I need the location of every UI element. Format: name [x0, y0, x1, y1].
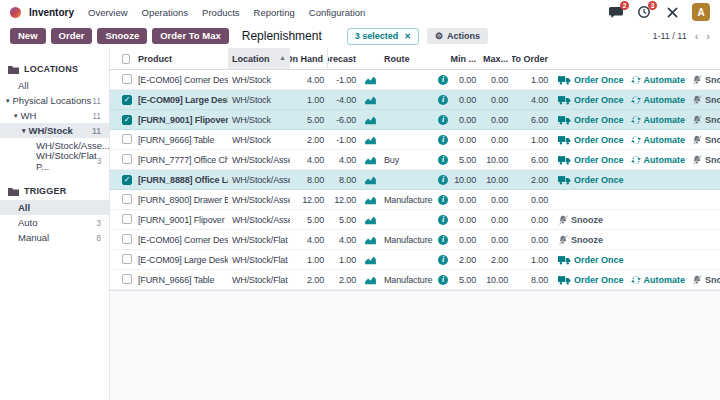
top-menu-configuration[interactable]: Configuration — [309, 7, 366, 18]
to-order-cell[interactable]: 6.00 — [512, 155, 552, 165]
info-icon[interactable]: i — [438, 95, 448, 105]
row-checkbox[interactable] — [122, 74, 132, 84]
row-checkbox[interactable] — [122, 214, 132, 224]
to-order-cell[interactable]: 1.00 — [512, 135, 552, 145]
forecast-chart-icon[interactable] — [364, 275, 377, 285]
sidebar-trigger-all[interactable]: All — [0, 200, 109, 215]
forecast-chart-icon[interactable] — [364, 175, 377, 185]
on-hand-cell[interactable]: 2.00 — [290, 135, 328, 145]
to-order-cell[interactable]: 1.00 — [512, 255, 552, 265]
order-once-row-button[interactable]: Order Once — [558, 255, 624, 265]
route-cell[interactable]: Manufacture — [380, 235, 436, 245]
product-cell[interactable]: [E-COM09] Large Desk — [134, 255, 228, 265]
forecast-chart-icon[interactable] — [364, 75, 377, 85]
min-cell[interactable]: 0.00 — [450, 115, 480, 125]
row-checkbox[interactable] — [122, 194, 132, 204]
row-checkbox[interactable] — [122, 134, 132, 144]
order-once-row-button[interactable]: Order Once — [558, 75, 624, 85]
automate-row-button[interactable]: Automate — [631, 115, 686, 125]
location-cell[interactable]: WH/Stock/Asse... — [228, 175, 290, 185]
on-hand-cell[interactable]: 4.00 — [290, 75, 328, 85]
location-cell[interactable]: WH/Stock/Asse... — [228, 195, 290, 205]
snooze-button[interactable]: Snooze — [97, 28, 147, 44]
select-all-checkbox[interactable] — [122, 54, 130, 64]
forecast-cell[interactable]: -6.00 — [328, 115, 360, 125]
route-cell[interactable]: Manufacture — [380, 275, 436, 285]
top-menu-reporting[interactable]: Reporting — [254, 7, 295, 18]
user-avatar[interactable]: A — [692, 3, 710, 21]
forecast-chart-icon[interactable] — [364, 115, 377, 125]
to-order-cell[interactable]: 0.00 — [512, 215, 552, 225]
sidebar-item-physical-locations[interactable]: ▾Physical Locations11 — [0, 93, 109, 108]
on-hand-cell[interactable]: 12.00 — [290, 195, 328, 205]
info-icon[interactable]: i — [438, 235, 448, 245]
location-cell[interactable]: WH/Stock/Flat P... — [228, 255, 290, 265]
info-icon[interactable]: i — [438, 135, 448, 145]
min-cell[interactable]: 0.00 — [450, 215, 480, 225]
header-max[interactable]: Max... — [480, 48, 512, 69]
top-menu-overview[interactable]: Overview — [88, 7, 128, 18]
header-to-order[interactable]: To Order — [512, 48, 552, 69]
max-cell[interactable]: 2.00 — [480, 255, 512, 265]
order-once-row-button[interactable]: Order Once — [558, 275, 624, 285]
snooze-row-button[interactable]: Snooze — [692, 275, 720, 285]
max-cell[interactable]: 0.00 — [480, 95, 512, 105]
min-cell[interactable]: 5.00 — [450, 275, 480, 285]
on-hand-cell[interactable]: 1.00 — [290, 95, 328, 105]
actions-button[interactable]: ⚙ Actions — [427, 28, 488, 44]
forecast-chart-icon[interactable] — [364, 255, 377, 265]
info-icon[interactable]: i — [438, 215, 448, 225]
header-route[interactable]: Route — [380, 48, 436, 69]
to-order-cell[interactable]: 2.00 — [512, 175, 552, 185]
automate-row-button[interactable]: Automate — [631, 75, 686, 85]
row-checkbox[interactable] — [122, 154, 132, 164]
forecast-chart-icon[interactable] — [364, 235, 377, 245]
on-hand-cell[interactable]: 5.00 — [290, 115, 328, 125]
max-cell[interactable]: 0.00 — [480, 215, 512, 225]
location-cell[interactable]: WH/Stock — [228, 135, 290, 145]
to-order-cell[interactable]: 4.00 — [512, 95, 552, 105]
product-cell[interactable]: [FURN_9666] Table — [134, 135, 228, 145]
forecast-cell[interactable]: -1.00 — [328, 135, 360, 145]
forecast-chart-icon[interactable] — [364, 155, 377, 165]
sidebar-trigger-auto[interactable]: Auto3 — [0, 215, 109, 230]
snooze-row-button[interactable]: Snooze — [692, 75, 720, 85]
product-cell[interactable]: [FURN_8888] Office Lamp — [134, 175, 228, 185]
route-cell[interactable]: Buy — [380, 155, 436, 165]
new-button[interactable]: New — [10, 28, 46, 44]
order-to-max-button[interactable]: Order To Max — [152, 28, 229, 44]
location-cell[interactable]: WH/Stock/Flat P... — [228, 235, 290, 245]
max-cell[interactable]: 0.00 — [480, 75, 512, 85]
forecast-chart-icon[interactable] — [364, 215, 377, 225]
snooze-row-button[interactable]: Snooze — [692, 95, 720, 105]
to-order-cell[interactable]: 6.00 — [512, 115, 552, 125]
location-cell[interactable]: WH/Stock/Asse... — [228, 155, 290, 165]
min-cell[interactable]: 0.00 — [450, 95, 480, 105]
forecast-cell[interactable]: 4.00 — [328, 155, 360, 165]
header-forecast[interactable]: Forecast — [328, 48, 360, 69]
product-cell[interactable]: [FURN_7777] Office Chair — [134, 155, 228, 165]
tools-icon[interactable] — [664, 4, 680, 20]
to-order-cell[interactable]: 1.00 — [512, 75, 552, 85]
info-icon[interactable]: i — [438, 195, 448, 205]
order-once-row-button[interactable]: Order Once — [558, 115, 624, 125]
sidebar-item-wh-stock[interactable]: ▾WH/Stock11 — [0, 123, 109, 138]
on-hand-cell[interactable]: 2.00 — [290, 275, 328, 285]
info-icon[interactable]: i — [438, 275, 448, 285]
max-cell[interactable]: 0.00 — [480, 115, 512, 125]
min-cell[interactable]: 0.00 — [450, 235, 480, 245]
forecast-chart-icon[interactable] — [364, 195, 377, 205]
header-on-hand[interactable]: On Hand — [290, 48, 328, 69]
header-location[interactable]: Location ▲ — [228, 48, 290, 69]
on-hand-cell[interactable]: 5.00 — [290, 215, 328, 225]
messages-icon[interactable]: 2 — [608, 4, 624, 20]
product-cell[interactable]: [FURN_9666] Table — [134, 275, 228, 285]
product-cell[interactable]: [E-COM06] Corner Desk ... — [134, 75, 228, 85]
pager-next-icon[interactable]: › — [706, 31, 710, 42]
min-cell[interactable]: 2.00 — [450, 255, 480, 265]
max-cell[interactable]: 0.00 — [480, 135, 512, 145]
snooze-row-button[interactable]: Snooze — [558, 215, 603, 225]
on-hand-cell[interactable]: 1.00 — [290, 255, 328, 265]
automate-row-button[interactable]: Automate — [631, 275, 686, 285]
min-cell[interactable]: 0.00 — [450, 195, 480, 205]
